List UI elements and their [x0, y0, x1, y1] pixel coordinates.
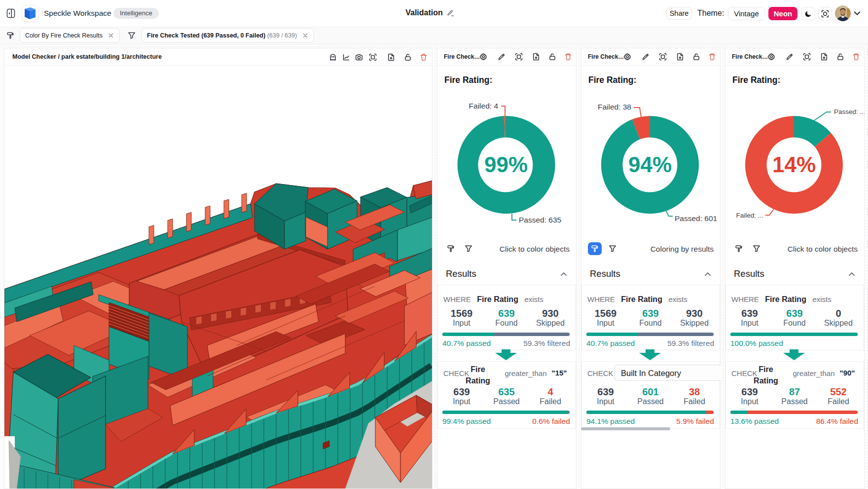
svg-text:Failed: 38: Failed: 38 — [598, 103, 631, 111]
svg-text:Passed: ...: Passed: ... — [834, 108, 865, 115]
svg-text:Passed: 601: Passed: 601 — [675, 214, 717, 223]
svg-text:Failed: 4: Failed: 4 — [469, 102, 499, 110]
svg-text:Failed: ...: Failed: ... — [736, 212, 763, 219]
svg-text:Passed: 635: Passed: 635 — [519, 216, 561, 224]
svg-text:94%: 94% — [628, 152, 672, 177]
svg-text:14%: 14% — [772, 152, 816, 177]
svg-text:99%: 99% — [484, 152, 528, 177]
